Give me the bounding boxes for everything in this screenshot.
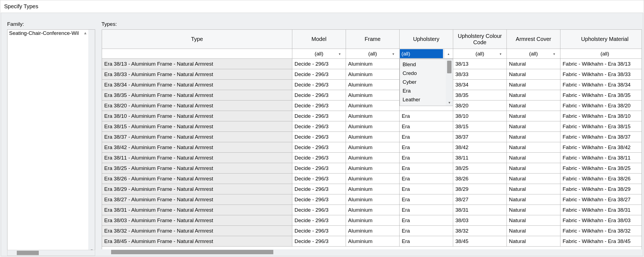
table-row[interactable]: Era 38/31 - Aluminium Frame - Natural Ar… xyxy=(102,205,642,215)
table-row[interactable]: Era 38/13 - Aluminium Frame - Natural Ar… xyxy=(102,59,642,69)
table-row[interactable]: Era 38/34 - Aluminium Frame - Natural Ar… xyxy=(102,80,642,90)
cell-frame[interactable]: Aluminium xyxy=(346,69,400,79)
cell-frame[interactable]: Aluminium xyxy=(346,111,400,121)
cell-uph[interactable]: Era xyxy=(400,215,453,225)
cell-frame[interactable]: Aluminium xyxy=(346,59,400,69)
grid-horizontal-scrollbar[interactable] xyxy=(102,249,642,255)
cell-mat[interactable]: Fabric - Wilkhahn - Era 38/27 xyxy=(560,194,642,205)
cell-type[interactable]: Era 38/10 - Aluminium Frame - Natural Ar… xyxy=(102,111,292,121)
cell-code[interactable]: 38/34 xyxy=(453,80,507,90)
cell-model[interactable]: Decide - 296/3 xyxy=(292,121,346,132)
cell-arm[interactable]: Natural xyxy=(507,163,560,173)
dropdown-option[interactable]: Era xyxy=(401,86,444,95)
cell-code[interactable]: 38/42 xyxy=(453,142,507,152)
family-list-item[interactable]: Seating-Chair-Conference-Wil xyxy=(7,30,88,37)
cell-uph[interactable]: Era xyxy=(400,121,453,132)
cell-code[interactable]: 38/15 xyxy=(453,121,507,132)
cell-model[interactable]: Decide - 296/3 xyxy=(292,80,346,90)
cell-frame[interactable]: Aluminium xyxy=(346,205,400,215)
cell-code[interactable]: 38/26 xyxy=(453,174,507,184)
column-filter-code[interactable]: (all)▾ xyxy=(453,49,507,58)
cell-frame[interactable]: Aluminium xyxy=(346,236,400,246)
cell-model[interactable]: Decide - 296/3 xyxy=(292,215,346,225)
family-listbox[interactable]: Seating-Chair-Conference-Wil ▲ ▾ xyxy=(7,29,95,254)
cell-arm[interactable]: Natural xyxy=(507,215,560,225)
table-row[interactable]: Era 38/27 - Aluminium Frame - Natural Ar… xyxy=(102,194,642,205)
cell-code[interactable]: 38/20 xyxy=(453,100,507,111)
cell-frame[interactable]: Aluminium xyxy=(346,80,400,90)
cell-type[interactable]: Era 38/29 - Aluminium Frame - Natural Ar… xyxy=(102,184,292,194)
cell-frame[interactable]: Aluminium xyxy=(346,90,400,100)
column-filter-frame[interactable]: (all)▾ xyxy=(346,49,400,58)
cell-arm[interactable]: Natural xyxy=(507,132,560,142)
column-header-uph[interactable]: Upholstery xyxy=(400,30,453,49)
cell-type[interactable]: Era 38/03 - Aluminium Frame - Natural Ar… xyxy=(102,215,292,225)
column-header-arm[interactable]: Armrest Cover xyxy=(507,30,560,49)
scrollbar-thumb[interactable] xyxy=(447,61,452,73)
cell-type[interactable]: Era 38/45 - Aluminium Frame - Natural Ar… xyxy=(102,236,292,246)
cell-frame[interactable]: Aluminium xyxy=(346,153,400,163)
cell-arm[interactable]: Natural xyxy=(507,194,560,205)
cell-arm[interactable]: Natural xyxy=(507,90,560,100)
cell-type[interactable]: Era 38/15 - Aluminium Frame - Natural Ar… xyxy=(102,121,292,132)
cell-mat[interactable]: Fabric - Wilkhahn - Era 38/15 xyxy=(560,121,642,132)
cell-frame[interactable]: Aluminium xyxy=(346,184,400,194)
cell-arm[interactable]: Natural xyxy=(507,59,560,69)
cell-model[interactable]: Decide - 296/3 xyxy=(292,153,346,163)
cell-type[interactable]: Era 38/33 - Aluminium Frame - Natural Ar… xyxy=(102,69,292,79)
cell-mat[interactable]: Fabric - Wilkhahn - Era 38/33 xyxy=(560,69,642,79)
cell-type[interactable]: Era 38/11 - Aluminium Frame - Natural Ar… xyxy=(102,153,292,163)
table-row[interactable]: Era 38/33 - Aluminium Frame - Natural Ar… xyxy=(102,69,642,80)
column-header-frame[interactable]: Frame xyxy=(346,30,400,49)
cell-mat[interactable]: Fabric - Wilkhahn - Era 38/32 xyxy=(560,226,642,236)
cell-uph[interactable]: Era xyxy=(400,194,453,205)
cell-type[interactable]: Era 38/13 - Aluminium Frame - Natural Ar… xyxy=(102,59,292,69)
dropdown-option[interactable]: Leather xyxy=(401,95,444,104)
cell-arm[interactable]: Natural xyxy=(507,205,560,215)
cell-mat[interactable]: Fabric - Wilkhahn - Era 38/37 xyxy=(560,132,642,142)
cell-uph[interactable]: Era xyxy=(400,111,453,121)
cell-model[interactable]: Decide - 296/3 xyxy=(292,142,346,152)
table-row[interactable]: Era 38/32 - Aluminium Frame - Natural Ar… xyxy=(102,226,642,236)
column-header-model[interactable]: Model xyxy=(292,30,346,49)
cell-type[interactable]: Era 38/35 - Aluminium Frame - Natural Ar… xyxy=(102,90,292,100)
dropdown-option[interactable]: Credo xyxy=(401,69,444,78)
cell-model[interactable]: Decide - 296/3 xyxy=(292,90,346,100)
table-row[interactable]: Era 38/11 - Aluminium Frame - Natural Ar… xyxy=(102,153,642,163)
cell-model[interactable]: Decide - 296/3 xyxy=(292,59,346,69)
table-row[interactable]: Era 38/03 - Aluminium Frame - Natural Ar… xyxy=(102,215,642,226)
cell-mat[interactable]: Fabric - Wilkhahn - Era 38/11 xyxy=(560,153,642,163)
column-filter-mat[interactable]: (all)▾ xyxy=(560,49,642,58)
cell-model[interactable]: Decide - 296/3 xyxy=(292,236,346,246)
cell-code[interactable]: 38/33 xyxy=(453,69,507,79)
upholstery-filter-dropdown[interactable]: BlendCredoCyberEraLeather ▾ xyxy=(400,59,453,106)
table-row[interactable]: Era 38/20 - Aluminium Frame - Natural Ar… xyxy=(102,100,642,111)
column-filter-model[interactable]: (all)▾ xyxy=(292,49,346,58)
cell-code[interactable]: 38/37 xyxy=(453,132,507,142)
cell-model[interactable]: Decide - 296/3 xyxy=(292,194,346,205)
column-header-code[interactable]: Upholstery Colour Code xyxy=(453,30,507,49)
cell-uph[interactable]: Era xyxy=(400,174,453,184)
cell-mat[interactable]: Fabric - Wilkhahn - Era 38/26 xyxy=(560,174,642,184)
table-row[interactable]: Era 38/45 - Aluminium Frame - Natural Ar… xyxy=(102,236,642,247)
filter-dropdown-button[interactable]: ▴ xyxy=(444,49,453,58)
cell-type[interactable]: Era 38/26 - Aluminium Frame - Natural Ar… xyxy=(102,174,292,184)
cell-frame[interactable]: Aluminium xyxy=(346,121,400,132)
cell-type[interactable]: Era 38/20 - Aluminium Frame - Natural Ar… xyxy=(102,100,292,111)
cell-uph[interactable]: Era xyxy=(400,163,453,173)
table-row[interactable]: Era 38/35 - Aluminium Frame - Natural Ar… xyxy=(102,90,642,100)
cell-mat[interactable]: Fabric - Wilkhahn - Era 38/25 xyxy=(560,163,642,173)
cell-arm[interactable]: Natural xyxy=(507,174,560,184)
cell-model[interactable]: Decide - 296/3 xyxy=(292,205,346,215)
cell-mat[interactable]: Fabric - Wilkhahn - Era 38/10 xyxy=(560,111,642,121)
family-vertical-scrollbar[interactable]: ▾ xyxy=(88,30,95,254)
cell-mat[interactable]: Fabric - Wilkhahn - Era 38/42 xyxy=(560,142,642,152)
cell-code[interactable]: 38/35 xyxy=(453,90,507,100)
cell-code[interactable]: 38/13 xyxy=(453,59,507,69)
cell-uph[interactable]: Era xyxy=(400,236,453,246)
cell-type[interactable]: Era 38/32 - Aluminium Frame - Natural Ar… xyxy=(102,226,292,236)
cell-uph[interactable]: Era xyxy=(400,132,453,142)
cell-code[interactable]: 38/25 xyxy=(453,163,507,173)
cell-model[interactable]: Decide - 296/3 xyxy=(292,132,346,142)
cell-model[interactable]: Decide - 296/3 xyxy=(292,163,346,173)
